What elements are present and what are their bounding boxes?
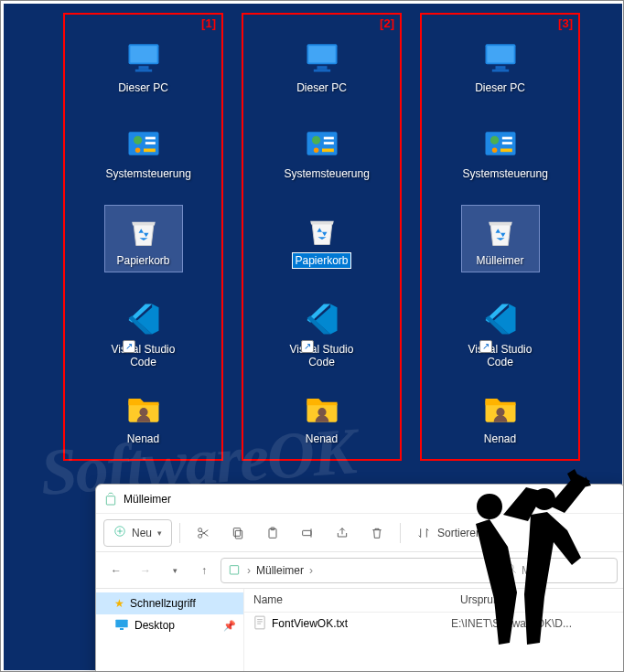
control-panel-icon <box>299 123 345 165</box>
chevron-down-icon: ▾ <box>157 528 162 538</box>
desktop-icon-pc[interactable]: Dieser PC <box>461 37 540 95</box>
svg-point-5 <box>134 136 142 144</box>
desktop-icon-label: Visual Studio Code <box>104 342 183 369</box>
share-icon <box>334 525 350 541</box>
svg-point-30 <box>491 148 497 154</box>
svg-rect-2 <box>138 66 148 69</box>
chevron-right-icon: › <box>247 564 251 577</box>
desktop-icon-recycle[interactable]: Papierkorb <box>283 208 361 269</box>
sort-icon <box>415 525 432 541</box>
separator <box>400 523 401 543</box>
svg-rect-9 <box>144 149 156 153</box>
svg-rect-46 <box>255 616 264 629</box>
share-button[interactable] <box>327 519 358 547</box>
navbar: ← → ▾ ↑ › Mülleimer › Müll <box>96 552 624 589</box>
sidebar-item-label: Desktop <box>134 619 175 632</box>
panel-number: [3] <box>558 16 573 30</box>
cut-button[interactable] <box>188 519 219 547</box>
svg-point-19 <box>313 148 318 154</box>
desktop-icon-user[interactable]: Nenad <box>283 388 361 446</box>
text-file-icon <box>253 615 266 633</box>
svg-rect-45 <box>120 628 124 630</box>
panel-2: [2] Dieser PCSystemsteuerungPapierkorb↗V… <box>242 13 402 461</box>
svg-rect-7 <box>145 142 155 144</box>
desktop-icon-pc[interactable]: Dieser PC <box>283 37 361 95</box>
rename-button[interactable] <box>292 519 323 547</box>
new-button[interactable]: Neu ▾ <box>103 519 172 547</box>
desktop-icon-label: Visual Studio Code <box>461 342 540 369</box>
svg-rect-24 <box>495 66 505 69</box>
file-row[interactable]: FontViewOK.txt E:\INET\SoftwareOK\D... <box>244 613 624 635</box>
this-pc-icon <box>299 37 345 79</box>
desktop-icon-label: Systemsteuerung <box>104 166 193 181</box>
desktop-icon-user[interactable]: Nenad <box>104 388 183 446</box>
shortcut-arrow-icon: ↗ <box>479 340 492 353</box>
svg-rect-33 <box>106 496 114 504</box>
svg-rect-3 <box>134 69 151 72</box>
svg-rect-17 <box>323 137 333 140</box>
user-folder-icon <box>478 388 523 430</box>
desktop-icon-label: Papierkorb <box>114 253 171 268</box>
column-name[interactable]: Name <box>244 589 451 612</box>
breadcrumb-segment[interactable]: Mülleimer <box>256 564 304 577</box>
star-icon: ★ <box>114 597 124 610</box>
copy-icon <box>230 525 246 541</box>
sort-button[interactable]: Sortieren <box>408 519 490 547</box>
column-headers: Name Ursprung <box>244 589 624 613</box>
control-panel-icon <box>121 123 167 165</box>
scissors-icon <box>195 525 211 541</box>
desktop-icon-label: Dieser PC <box>473 80 527 95</box>
titlebar[interactable]: Mülleimer <box>96 485 624 514</box>
up-button[interactable]: ↑ <box>191 558 217 583</box>
vscode-icon <box>299 298 345 340</box>
svg-rect-44 <box>115 619 127 627</box>
control-panel-icon <box>478 123 523 165</box>
desktop-icon-vscode[interactable]: ↗Visual Studio Code <box>104 298 183 369</box>
svg-rect-14 <box>313 69 329 72</box>
desktop-icon-pc[interactable]: Dieser PC <box>104 37 183 95</box>
explorer-window: Mülleimer Neu ▾ Sortieren ← <box>95 484 624 672</box>
new-button-label: Neu <box>132 527 152 539</box>
sidebar-item-desktop[interactable]: Desktop 📌 <box>96 614 243 636</box>
copy-button[interactable] <box>222 519 253 547</box>
svg-rect-41 <box>303 530 311 535</box>
desktop-icon-vscode[interactable]: ↗Visual Studio Code <box>283 298 361 369</box>
forward-button[interactable]: → <box>133 558 158 583</box>
chevron-right-icon: › <box>309 564 313 577</box>
column-origin[interactable]: Ursprung <box>451 589 624 612</box>
window-title: Mülleimer <box>124 493 171 506</box>
desktop-icon-recycle[interactable]: Mülleimer <box>461 205 540 272</box>
desktop-icon-label: Systemsteuerung <box>461 166 550 181</box>
desktop-icon-user[interactable]: Nenad <box>461 388 540 446</box>
file-origin: E:\INET\SoftwareOK\D... <box>451 617 616 630</box>
recycle-bin-icon <box>227 561 242 579</box>
desktop-icon-vscode[interactable]: ↗Visual Studio Code <box>461 298 540 369</box>
panel-3: [3] Dieser PCSystemsteuerungMülleimer↗Vi… <box>420 13 580 461</box>
back-button[interactable]: ← <box>103 558 129 583</box>
svg-rect-20 <box>322 149 334 153</box>
this-pc-icon <box>478 37 523 79</box>
paste-button[interactable] <box>257 519 288 547</box>
recent-button[interactable]: ▾ <box>162 558 188 583</box>
svg-rect-1 <box>130 46 156 62</box>
search-input[interactable]: Müll <box>499 558 618 583</box>
desktop-icon <box>114 618 129 634</box>
recycle-bin-icon <box>478 209 523 251</box>
svg-rect-13 <box>317 66 327 69</box>
panel-number: [2] <box>380 16 394 30</box>
svg-point-10 <box>139 408 147 416</box>
sidebar-item-quickaccess[interactable]: ★ Schnellzugriff <box>96 592 243 614</box>
desktop-icon-recycle[interactable]: Papierkorb <box>104 205 183 272</box>
desktop-icon-label: Nenad <box>125 432 161 446</box>
desktop-icon-control[interactable]: Systemsteuerung <box>283 123 361 181</box>
sidebar-item-label: Schnellzugriff <box>130 597 196 610</box>
plus-icon <box>113 525 126 540</box>
desktop-icon-label: Systemsteuerung <box>283 166 371 181</box>
delete-button[interactable] <box>361 519 393 547</box>
this-pc-icon <box>121 37 167 79</box>
desktop-icon-control[interactable]: Systemsteuerung <box>104 123 183 181</box>
breadcrumb[interactable]: › Mülleimer › <box>221 558 495 583</box>
file-name: FontViewOK.txt <box>272 617 348 630</box>
desktop-icon-control[interactable]: Systemsteuerung <box>461 123 540 181</box>
user-folder-icon <box>299 388 345 430</box>
